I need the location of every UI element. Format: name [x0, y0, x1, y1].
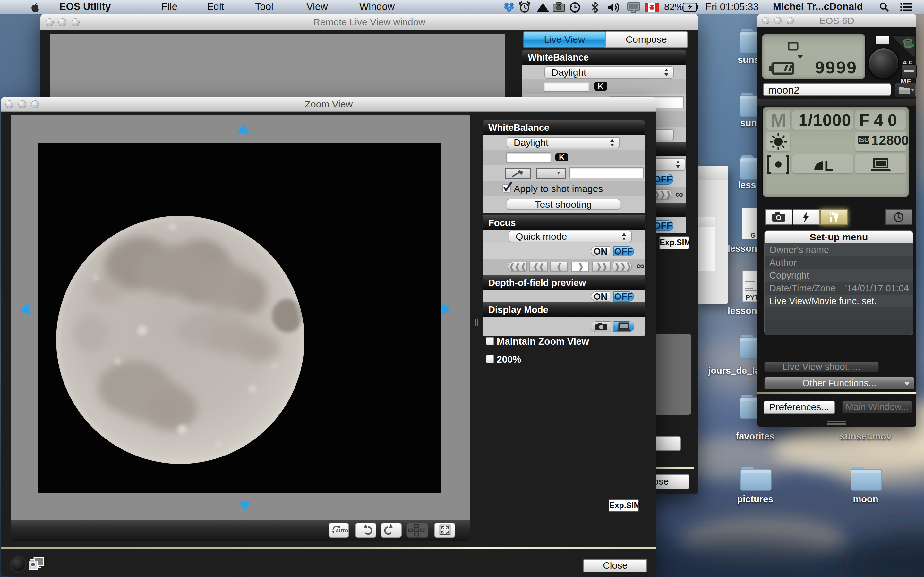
- svg-text:F40: F40: [859, 111, 901, 129]
- svg-text:M: M: [771, 110, 786, 131]
- svg-text:ISO: ISO: [858, 136, 869, 143]
- svg-text:AUTO: AUTO: [336, 528, 349, 533]
- svg-text:1/1000: 1/1000: [798, 111, 851, 129]
- svg-text:12800: 12800: [871, 133, 909, 148]
- svg-text:L: L: [825, 158, 833, 174]
- svg-text:9999: 9999: [815, 58, 857, 77]
- svg-text:G: G: [750, 232, 756, 239]
